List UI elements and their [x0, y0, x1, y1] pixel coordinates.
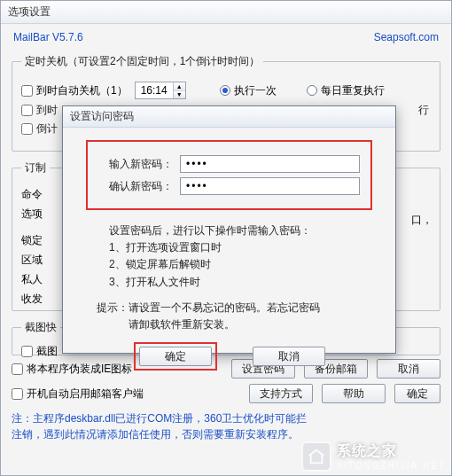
lbl-opt: 选项	[21, 204, 43, 223]
lbl-area: 区域	[21, 250, 43, 269]
window-titlebar: 选项设置	[1, 1, 451, 24]
shutdown2-trail: 行	[418, 103, 429, 118]
dialog-hint: 提示：请设置一个不易忘记的密码。若忘记密码 请卸载软件重新安装。	[97, 300, 372, 333]
footer-note-2: 注销，遇到此情况请添加信任使用，否则需要重新安装程序。	[12, 426, 440, 442]
exec-daily-radio[interactable]: 每日重复执行	[307, 83, 385, 98]
left-labels-col: 命令 选项 锁定 区域 私人 收发	[21, 184, 43, 308]
watermark-sub: XITONGZHIJIA.NET	[337, 461, 447, 471]
shutdown1-checkbox[interactable]: 到时自动关机（1）	[21, 83, 128, 98]
dialog-cancel-button[interactable]: 取消	[253, 347, 325, 366]
dialog-title: 设置访问密码	[70, 109, 134, 124]
hint-1: 提示：请设置一个不易忘记的密码。若忘记密码	[97, 300, 372, 316]
exec-daily-label: 每日重复执行	[321, 83, 385, 98]
watermark: 系统之家 XITONGZHIJIA.NET	[301, 441, 447, 472]
ok-button-highlight: 确定	[134, 342, 217, 371]
screenshot-legend: 截图快	[21, 320, 60, 335]
time1-spin-up[interactable]: ▲	[174, 82, 185, 91]
time1-value[interactable]: 16:14	[136, 82, 173, 98]
info-head: 设置密码后，进行以下操作时需输入密码：	[109, 222, 372, 239]
time1-spin-down[interactable]: ▼	[174, 91, 185, 99]
shutdown2-checkbox[interactable]: 到时	[21, 103, 58, 118]
time1-spinner[interactable]: 16:14 ▲ ▼	[135, 82, 186, 99]
time1-spin-buttons[interactable]: ▲ ▼	[173, 82, 185, 98]
footer-note-1: 注：主程序deskbar.dll已进行COM注册，360卫士优化时可能拦	[12, 410, 440, 426]
autostart-check-input[interactable]	[12, 388, 23, 400]
dialog-info: 设置密码后，进行以下操作时需输入密码： 1、打开选项设置窗口时 2、锁定屏幕后解…	[109, 222, 372, 291]
dialog-ok-button[interactable]: 确定	[139, 347, 212, 366]
radio-dot-icon	[220, 85, 230, 96]
brand-row: MailBar V5.7.6 Seapsoft.com	[10, 29, 442, 49]
info-2: 2、锁定屏幕后解锁时	[109, 256, 372, 273]
radio-dot-icon	[307, 85, 317, 96]
lbl-lock: 锁定	[21, 230, 43, 250]
set-password-dialog: 设置访问密码 输入新密码： 确认新密码： 设置密码后，进行以下操作时需输入密码：…	[62, 105, 396, 354]
footer-note: 注：主程序deskbar.dll已进行COM注册，360卫士优化时可能拦 注销，…	[12, 410, 440, 442]
main-ok-button-partial[interactable]: 确定	[394, 384, 440, 403]
info-3: 3、打开私人文件时	[109, 274, 372, 291]
watermark-text: 系统之家	[337, 443, 397, 458]
autostart-checkbox[interactable]: 开机自动启用邮箱客户端	[12, 386, 144, 402]
shutdown2-check-input[interactable]	[21, 105, 33, 116]
trail-kou: 口，	[411, 213, 433, 228]
dialog-titlebar: 设置访问密码	[63, 106, 395, 128]
exec-once-radio[interactable]: 执行一次	[220, 83, 277, 98]
countdown-check-input[interactable]	[21, 123, 33, 135]
subscription-legend: 订制	[21, 160, 50, 176]
dialog-button-row: 确定 取消	[79, 342, 379, 371]
password-fields-highlight: 输入新密码： 确认新密码：	[86, 140, 372, 210]
lbl-recv: 收发	[21, 289, 43, 308]
lbl-cmd: 命令	[21, 184, 43, 204]
support-button[interactable]: 支持方式	[249, 384, 313, 403]
exec-once-label: 执行一次	[234, 83, 277, 98]
fake-ie-check-input[interactable]	[12, 363, 23, 375]
countdown-checkbox[interactable]: 倒计	[21, 121, 58, 137]
shutdown2-label-partial: 到时	[36, 103, 58, 118]
help-button[interactable]: 帮助	[322, 384, 386, 403]
countdown-label-partial: 倒计	[36, 121, 58, 137]
brand-label: MailBar V5.7.6	[13, 31, 83, 43]
lbl-priv: 私人	[21, 269, 43, 289]
site-label: Seapsoft.com	[374, 31, 439, 43]
confirm-password-label: 确认新密码：	[98, 179, 173, 194]
new-password-label: 输入新密码：	[98, 157, 173, 172]
shutdown1-label: 到时自动关机（1）	[36, 83, 128, 98]
autostart-label: 开机自动启用邮箱客户端	[27, 386, 144, 402]
shutdown1-check-input[interactable]	[21, 85, 33, 97]
watermark-logo-icon	[301, 441, 331, 472]
timer-group-legend: 定时关机（可设置2个固定时间，1个倒计时时间）	[21, 54, 263, 69]
hint-2: 请卸载软件重新安装。	[129, 316, 372, 333]
new-password-input[interactable]	[180, 155, 360, 173]
confirm-password-input[interactable]	[180, 177, 360, 195]
window-title: 选项设置	[8, 4, 51, 20]
info-1: 1、打开选项设置窗口时	[109, 239, 372, 256]
